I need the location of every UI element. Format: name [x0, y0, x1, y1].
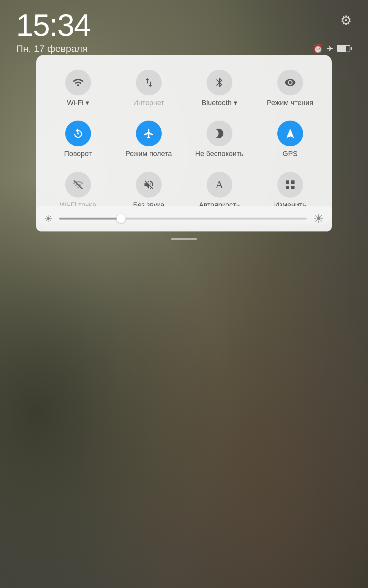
bluetooth-icon	[214, 77, 225, 88]
drag-handle[interactable]	[171, 238, 197, 240]
tile-dnd-circle	[207, 121, 232, 146]
eye-icon	[284, 77, 296, 88]
battery-icon	[337, 45, 352, 52]
status-bar: 15:34 ⚙ Пн, 17 февраля ⏰ ✈	[0, 0, 368, 54]
tile-rotate-label: Поворот	[64, 150, 92, 158]
tile-reading[interactable]: Режим чтения	[255, 64, 325, 112]
status-icons: ⏰ ✈	[313, 44, 352, 54]
brightness-panel[interactable]: ☀ ☀	[36, 206, 332, 231]
grid-icon	[284, 179, 296, 191]
tile-edit-circle	[277, 172, 303, 198]
tile-internet-label: Интернет	[133, 99, 164, 107]
tile-rotate-circle	[65, 121, 91, 146]
date-label: Пн, 17 февраля	[16, 43, 87, 54]
alarm-icon: ⏰	[313, 44, 323, 54]
tile-rotate[interactable]: Поворот	[43, 115, 113, 163]
rotate-icon	[72, 128, 84, 139]
tile-internet[interactable]: Интернет	[113, 64, 184, 112]
airplane-mode-icon	[143, 128, 155, 139]
tile-bluetooth-label: Bluetooth ▾	[201, 99, 237, 107]
tile-silent-circle	[136, 172, 162, 198]
tile-wifi[interactable]: Wi-Fi ▾	[43, 64, 113, 112]
tile-wifi-circle	[65, 70, 91, 95]
tile-wifi-label: Wi-Fi ▾	[67, 99, 89, 107]
airplane-icon: ✈	[326, 44, 333, 54]
tile-dnd[interactable]: Не беспокоить	[184, 115, 255, 163]
quick-tiles-grid: Wi-Fi ▾ Интернет Bluetooth ▾	[43, 64, 325, 214]
brightness-high-icon: ☀	[313, 211, 324, 226]
tile-dnd-label: Не беспокоить	[195, 150, 244, 158]
tile-internet-circle	[136, 70, 162, 95]
tile-reading-label: Режим чтения	[267, 99, 313, 107]
tile-autobright-circle: A	[207, 172, 232, 198]
brightness-low-icon: ☀	[44, 213, 53, 224]
tile-gps[interactable]: GPS	[255, 115, 325, 163]
tile-airplane-circle	[136, 121, 162, 146]
tile-bluetooth[interactable]: Bluetooth ▾	[184, 64, 255, 112]
brightness-fill	[59, 218, 121, 220]
wifi-icon	[72, 77, 84, 88]
brightness-thumb[interactable]	[117, 214, 126, 223]
gps-icon	[284, 128, 296, 139]
hotspot-icon	[72, 179, 84, 191]
brightness-track[interactable]	[59, 218, 307, 220]
tile-gps-circle	[277, 121, 303, 146]
tile-bluetooth-circle	[207, 70, 232, 95]
settings-icon[interactable]: ⚙	[340, 13, 352, 27]
tile-airplane[interactable]: Режим полета	[113, 115, 184, 163]
svg-point-0	[77, 132, 79, 134]
clock: 15:34	[16, 10, 90, 41]
tile-gps-label: GPS	[282, 150, 297, 158]
tile-hotspot-circle	[65, 172, 91, 198]
moon-icon	[214, 128, 225, 139]
internet-icon	[143, 77, 155, 88]
tile-airplane-label: Режим полета	[125, 150, 172, 158]
control-panel: Wi-Fi ▾ Интернет Bluetooth ▾	[36, 55, 332, 224]
mute-icon	[143, 179, 155, 191]
tile-reading-circle	[277, 70, 303, 95]
auto-brightness-letter: A	[215, 179, 223, 191]
